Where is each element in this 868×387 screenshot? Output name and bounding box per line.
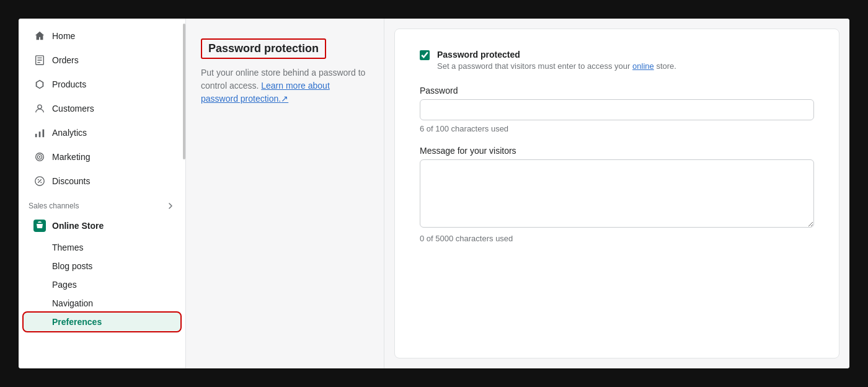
sidebar-item-orders[interactable]: Orders <box>24 48 180 72</box>
svg-rect-7 <box>43 130 45 138</box>
message-hint: 0 of 5000 characters used <box>420 234 814 243</box>
message-form-group: Message for your visitors 0 of 5000 char… <box>420 146 814 243</box>
svg-rect-6 <box>39 131 41 137</box>
svg-point-10 <box>39 156 41 158</box>
sidebar-item-analytics[interactable]: Analytics <box>24 121 180 145</box>
analytics-icon <box>33 127 46 139</box>
sidebar-item-marketing[interactable]: Marketing <box>24 145 180 169</box>
svg-point-13 <box>38 179 39 180</box>
sidebar: Home Orders Products Customers <box>19 19 186 368</box>
home-icon <box>33 30 46 42</box>
sidebar-subitem-preferences[interactable]: Preferences <box>24 313 180 331</box>
password-protected-section: Password protected Set a password that v… <box>420 49 814 71</box>
sidebar-item-customers[interactable]: Customers <box>24 97 180 120</box>
message-textarea[interactable] <box>420 159 814 228</box>
products-icon <box>33 78 46 91</box>
password-protected-text-block: Password protected Set a password that v… <box>437 49 676 71</box>
svg-point-4 <box>38 105 42 109</box>
marketing-icon <box>33 151 46 163</box>
svg-point-14 <box>40 182 42 183</box>
sales-channels-chevron[interactable] <box>166 201 175 211</box>
sales-channels-section: Sales channels <box>19 194 185 213</box>
password-form-group: Password 6 of 100 characters used <box>420 86 814 133</box>
password-protected-checkbox[interactable] <box>420 50 430 60</box>
online-store-link[interactable]: online <box>632 61 654 71</box>
message-label: Message for your visitors <box>420 146 814 156</box>
sidebar-item-home[interactable]: Home <box>24 24 180 48</box>
customers-icon <box>33 102 46 115</box>
discounts-icon <box>33 175 46 187</box>
main-content: Password protection Put your online stor… <box>186 19 849 368</box>
sidebar-item-online-store[interactable]: Online Store <box>24 214 180 238</box>
password-label: Password <box>420 86 814 96</box>
left-panel: Password protection Put your online stor… <box>186 19 384 368</box>
sidebar-item-discounts[interactable]: Discounts <box>24 169 180 193</box>
page-description: Put your online store behind a password … <box>201 66 369 105</box>
orders-icon <box>33 54 46 66</box>
svg-rect-5 <box>35 134 37 137</box>
sidebar-subitem-themes[interactable]: Themes <box>24 238 180 257</box>
online-store-icon <box>33 220 46 232</box>
password-hint: 6 of 100 characters used <box>420 124 814 133</box>
sidebar-item-products[interactable]: Products <box>24 73 180 96</box>
password-input[interactable] <box>420 99 814 120</box>
password-protected-checkbox-wrapper[interactable] <box>420 50 430 63</box>
page-title: Password protection <box>201 38 326 59</box>
sidebar-subitem-pages[interactable]: Pages <box>24 275 180 294</box>
sidebar-subitem-blog-posts[interactable]: Blog posts <box>24 257 180 275</box>
right-panel: Password protected Set a password that v… <box>394 29 839 358</box>
sidebar-subitem-navigation[interactable]: Navigation <box>24 294 180 313</box>
